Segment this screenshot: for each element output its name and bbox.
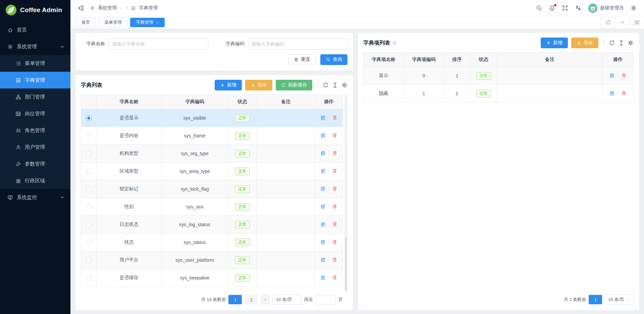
dict-name-input[interactable] [108,38,208,50]
sidebar-item-dept-management[interactable]: 部门管理 [0,88,70,105]
delete-icon[interactable] [621,90,627,96]
delete-icon[interactable] [332,204,337,209]
row-radio[interactable] [86,204,92,210]
delete-icon[interactable] [332,222,337,227]
table-row[interactable]: 隐藏12正常 [364,85,634,103]
row-radio[interactable] [86,115,92,121]
tab-dict-management[interactable]: 字典管理 [130,18,165,27]
delete-icon[interactable] [332,150,337,156]
edit-icon[interactable] [320,239,326,245]
table-row[interactable]: 日志状态sys_log_status正常 [81,216,343,234]
row-radio[interactable] [86,169,92,174]
search-icon[interactable] [536,5,542,11]
column-settings-icon[interactable] [341,82,347,88]
sidebar-item-role-management[interactable]: 角色管理 [0,122,70,139]
page-size-select[interactable]: 10 条/页 [273,295,302,305]
user-menu[interactable]: 超级管理员 [588,4,624,13]
table-row[interactable]: 用户平台sys_user_platform正常 [81,251,343,269]
next-page-button[interactable] [261,295,270,304]
row-radio[interactable] [86,275,92,281]
delete-icon[interactable] [621,73,627,78]
add-dict-button[interactable]: 新增 [215,80,242,90]
settings-icon[interactable] [631,5,637,11]
edit-icon[interactable] [320,133,326,138]
dict-code: sys_area_type [162,163,228,180]
delete-icon[interactable] [332,133,337,138]
refresh-cache-button[interactable]: 刷新缓存 [276,80,312,90]
row-radio[interactable] [86,133,92,139]
query-button[interactable]: 查询 [320,54,347,65]
edit-icon[interactable] [609,73,615,78]
maximize-button[interactable] [630,16,644,28]
info-icon[interactable] [392,41,397,45]
tab-menu-management[interactable]: 菜单管理 [99,18,127,27]
edit-icon[interactable] [320,168,326,174]
page-size-select[interactable]: 10 条/页 [605,295,634,305]
sidebar-item-system-management[interactable]: 系统管理 [0,38,70,55]
edit-icon[interactable] [320,204,326,209]
row-height-icon[interactable] [332,82,338,88]
delete-icon[interactable] [332,257,337,262]
jump-page-input[interactable] [316,295,336,304]
table-row[interactable]: 是否内嵌sys_frame正常 [81,127,343,145]
edit-icon[interactable] [320,150,326,156]
fullscreen-icon[interactable] [562,5,568,11]
table-row[interactable]: 性别sys_sex正常 [81,198,343,216]
table-row[interactable]: 是否显示sys_visible正常 [81,109,343,127]
add-item-button[interactable]: 新增 [541,38,568,48]
translate-icon[interactable] [575,5,581,11]
sidebar-item-region-management[interactable]: 行政区域 [0,172,70,189]
scrollbar-track[interactable] [344,95,347,293]
table-row[interactable]: 显示01正常 [364,67,634,85]
sidebar-item-user-management[interactable]: 用户管理 [0,139,70,155]
edit-icon[interactable] [320,186,326,191]
breadcrumb-root[interactable]: 系统管理 [98,5,117,11]
page-button-2[interactable]: 2 [245,295,258,304]
tab-home[interactable]: 首页 [76,18,96,27]
row-height-icon[interactable] [618,40,624,46]
reset-button[interactable]: 重置 [288,54,316,65]
sidebar-item-param-management[interactable]: 参数管理 [0,155,70,172]
table-row[interactable]: 状态sys_status正常 [81,234,343,251]
collapse-sidebar-icon[interactable] [78,5,85,11]
table-row[interactable]: 锁定标记sys_lock_flag正常 [81,180,343,198]
sidebar-item-post-management[interactable]: 岗位管理 [0,105,70,122]
notifications-button[interactable] [549,5,555,11]
sidebar-item-menu-management[interactable]: 菜单管理 [0,55,70,72]
export-dict-button[interactable]: 导出 [245,80,272,90]
tab-list-button[interactable] [615,16,630,28]
row-radio[interactable] [86,240,92,245]
row-radio[interactable] [86,257,92,263]
row-radio[interactable] [86,186,92,192]
edit-icon[interactable] [320,257,326,262]
page-button-1[interactable]: 1 [228,295,242,304]
row-radio[interactable] [86,151,92,156]
delete-icon[interactable] [332,168,337,174]
delete-icon[interactable] [332,186,337,191]
delete-icon[interactable] [332,115,337,120]
dict-code-input[interactable] [248,38,348,50]
edit-icon[interactable] [320,275,326,280]
row-radio[interactable] [86,222,92,228]
divider [329,257,329,262]
edit-icon[interactable] [320,115,326,120]
export-item-button[interactable]: 导出 [571,38,598,48]
sidebar-item-dict-management[interactable]: 字典管理 [0,72,70,88]
col-actions: 操作 [315,95,343,109]
edit-icon[interactable] [609,90,615,96]
sidebar-item-system-monitor[interactable]: 系统监控 [0,189,70,206]
refresh-table-icon[interactable] [609,40,615,46]
edit-icon[interactable] [320,222,326,227]
table-row[interactable]: 机构类型sys_org_type正常 [81,145,343,163]
scrollbar-thumb[interactable] [345,237,347,291]
table-row[interactable]: 区域类型sys_area_type正常 [81,163,343,180]
refresh-tab-button[interactable] [601,16,615,28]
page-button-1[interactable]: 1 [589,295,602,304]
delete-icon[interactable] [332,239,337,245]
close-icon[interactable] [156,21,159,24]
delete-icon[interactable] [332,275,337,280]
refresh-table-icon[interactable] [323,82,329,88]
column-settings-icon[interactable] [628,40,634,46]
table-row[interactable]: 是否缓存sys_keepalive正常 [81,269,343,287]
sidebar-item-home[interactable]: 首页 [0,21,70,38]
